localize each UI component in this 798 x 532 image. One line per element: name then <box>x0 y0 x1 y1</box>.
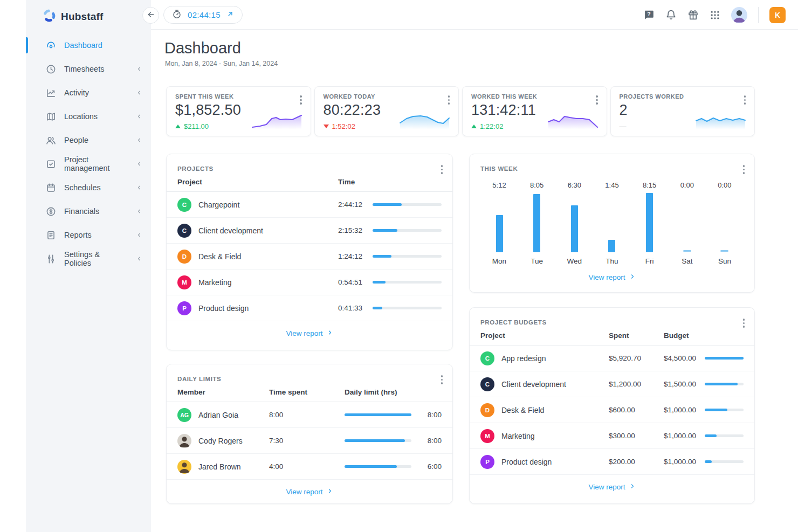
project-row[interactable]: MMarketing0:54:51 <box>167 270 452 295</box>
time-progress-bar <box>373 307 442 309</box>
budget-row[interactable]: DDesk & Field$600.00$1,000.00 <box>470 397 754 423</box>
project-budgets-panel-title: PROJECT BUDGETS <box>480 319 547 326</box>
budget-project-name: Marketing <box>501 432 534 440</box>
apps-grid-icon[interactable] <box>710 10 720 20</box>
sidebar-item-locations[interactable]: Locations <box>26 105 151 128</box>
activity-icon <box>46 88 56 98</box>
budget-row[interactable]: CClient development$1,200.00$1,500.00 <box>470 371 754 397</box>
stat-cards-row: SPENT THIS WEEK$1,852.50$211.00WORKED TO… <box>166 86 755 136</box>
kebab-menu-icon[interactable] <box>742 93 748 107</box>
project-row[interactable]: DDesk & Field1:24:12 <box>167 244 452 270</box>
sidebar-item-settings-policies[interactable]: Settings & Policies <box>26 247 151 271</box>
chart-value-label: 1:45 <box>605 181 618 191</box>
budget-row[interactable]: CApp redesign$5,920.70$4,500.00 <box>470 346 754 371</box>
project-name: Client development <box>198 226 263 235</box>
project-row[interactable]: CChargepoint2:44:12 <box>167 192 452 218</box>
project-avatar: M <box>177 275 191 289</box>
member-row[interactable]: Jared Brown4:006:00 <box>167 454 452 480</box>
kebab-menu-icon[interactable] <box>446 93 452 107</box>
column-header-budget: Budget <box>664 331 744 340</box>
budgets-view-report-link[interactable]: View report <box>470 475 754 499</box>
chart-column-sat: 0:00Sat <box>671 181 703 265</box>
member-row[interactable]: Cody Rogers7:308:00 <box>167 428 452 454</box>
budget-project-cell: MMarketing <box>480 429 609 443</box>
stat-card-delta-value: — <box>620 122 627 130</box>
project-row[interactable]: CClient development2:15:32 <box>167 218 452 244</box>
member-name: Cody Rogers <box>198 437 243 445</box>
chart-day-label: Sun <box>718 257 731 265</box>
budget-progress-bar <box>705 409 744 411</box>
project-row[interactable]: PProduct design0:41:33 <box>167 295 452 321</box>
this-week-view-report-link[interactable]: View report <box>470 266 754 288</box>
member-daily-limit: 8:00 <box>419 411 442 419</box>
sidebar-item-reports[interactable]: Reports <box>26 223 151 247</box>
sidebar-item-dashboard[interactable]: Dashboard <box>26 33 151 57</box>
trend-down-icon <box>324 125 329 128</box>
member-name-cell: Jared Brown <box>177 460 269 474</box>
budget-project-cell: CApp redesign <box>480 351 609 365</box>
column-header-daily-limit: Daily limit (hrs) <box>345 388 442 396</box>
trend-up-icon <box>175 125 181 128</box>
sidebar-item-financials[interactable]: Financials <box>26 199 151 223</box>
project-name-cell: PProduct design <box>177 301 338 315</box>
chart-bar <box>571 205 578 252</box>
organization-badge[interactable]: K <box>769 7 786 23</box>
chart-bar <box>646 193 653 252</box>
kebab-menu-icon[interactable] <box>298 93 304 107</box>
sidebar-item-project-management[interactable]: Project management <box>26 152 151 176</box>
budget-row[interactable]: PProduct design$200.00$1,000.00 <box>470 449 754 475</box>
chart-value-label: 5:12 <box>492 181 506 191</box>
collapse-sidebar-button[interactable] <box>142 7 159 24</box>
time-progress-bar <box>373 281 442 284</box>
sidebar-item-timesheets[interactable]: Timesheets <box>26 57 151 81</box>
chevron-left-icon <box>136 113 142 120</box>
member-row[interactable]: AGAdrian Goia8:008:00 <box>167 402 452 428</box>
project-avatar: C <box>177 224 191 238</box>
sidebar-item-schedules[interactable]: Schedules <box>26 176 151 199</box>
budget-progress-fill <box>705 357 744 360</box>
kebab-menu-icon[interactable] <box>439 163 445 176</box>
sidebar-item-label: Timesheets <box>64 65 104 73</box>
project-time: 2:15:32 <box>338 226 368 234</box>
daily-limits-view-report-link[interactable]: View report <box>167 480 452 504</box>
member-avatar <box>177 460 191 474</box>
stat-card-label: SPENT THIS WEEK <box>175 93 302 100</box>
svg-text:?: ? <box>647 11 650 17</box>
project-name-cell: DDesk & Field <box>177 250 338 264</box>
budget-spent-value: $300.00 <box>609 432 664 440</box>
budget-row[interactable]: MMarketing$300.00$1,000.00 <box>470 423 754 449</box>
sidebar-item-activity[interactable]: Activity <box>26 81 151 105</box>
member-name: Adrian Goia <box>198 411 238 419</box>
chart-value-label: 8:05 <box>530 181 544 191</box>
chart-bar-area <box>646 193 653 252</box>
budget-project-name: Desk & Field <box>501 406 544 414</box>
budget-total-value: $4,500.00 <box>664 354 700 362</box>
notifications-icon[interactable] <box>665 9 677 20</box>
gift-icon[interactable] <box>687 9 699 20</box>
chevron-left-icon <box>136 255 142 262</box>
chevron-left-icon <box>136 161 142 167</box>
time-progress-fill <box>373 281 386 284</box>
stat-card-projects-worked: PROJECTS WORKED2— <box>610 86 755 136</box>
sidebar-item-label: Dashboard <box>64 41 102 50</box>
kebab-menu-icon[interactable] <box>741 163 747 176</box>
chart-bar <box>496 215 503 252</box>
kebab-menu-icon[interactable] <box>439 373 445 386</box>
financials-icon <box>46 206 56 217</box>
kebab-menu-icon[interactable] <box>594 93 600 107</box>
stat-card-delta: 1:22:02 <box>471 122 503 130</box>
header-divider <box>758 7 759 23</box>
user-avatar[interactable] <box>731 7 747 23</box>
timer-widget[interactable]: 02:44:15 <box>163 6 243 24</box>
this-week-panel-title: THIS WEEK <box>480 165 518 172</box>
brand-logo[interactable]: Hubstaff <box>26 0 151 26</box>
kebab-menu-icon[interactable] <box>741 316 747 330</box>
column-header-member: Member <box>177 388 269 396</box>
projects-view-report-link[interactable]: View report <box>167 321 452 346</box>
date-range: Mon, Jan 8, 2024 - Sun, Jan 14, 2024 <box>165 60 278 67</box>
chart-day-label: Sat <box>682 257 692 265</box>
brand-name: Hubstaff <box>61 11 104 23</box>
sidebar-item-people[interactable]: People <box>26 128 151 152</box>
help-icon[interactable]: ? <box>643 9 655 20</box>
member-name-cell: AGAdrian Goia <box>177 408 269 422</box>
